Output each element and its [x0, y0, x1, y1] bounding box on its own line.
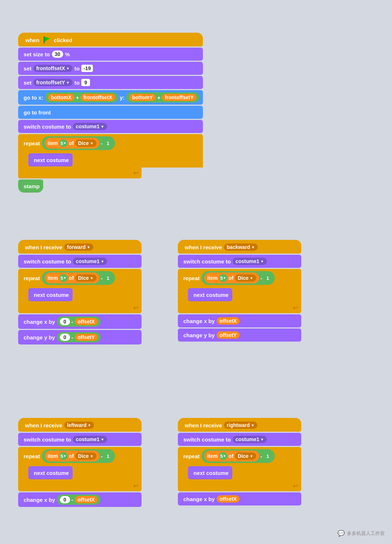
costume1-rgt-dropdown[interactable]: costume1 ▼ — [233, 436, 267, 443]
go-to-front-block[interactable]: go to front — [18, 106, 203, 119]
frontoffsetY-var: frontoffsetY — [162, 94, 196, 101]
zero-minus-offsetX: 0 - offsetX — [57, 317, 101, 327]
watermark-text: 多多机器人工作室 — [347, 530, 385, 537]
frontoffsetX-value[interactable]: -19 — [81, 65, 93, 72]
frontoffsetX-dropdown[interactable]: frontoffsetX ▼ — [33, 65, 73, 72]
repeat-arrow-rgt: ↩ — [293, 482, 298, 490]
go-to-xy-block[interactable]: go to x: bottomX + frontoffsetX y: botto… — [18, 90, 203, 105]
switch-costume-rightward[interactable]: switch costume to costume1 ▼ — [178, 433, 301, 446]
leftward-dropdown[interactable]: leftward ▼ — [64, 422, 94, 429]
offsetX-rgt: offsetX — [217, 495, 240, 503]
repeat-fwd-header[interactable]: repeat item 5▼ of Dice ▼ - 1 — [18, 269, 142, 287]
repeat-arrow-lft: ↩ — [133, 482, 139, 490]
repeat-bwd-header[interactable]: repeat item 5▼ of Dice ▼ - 1 — [178, 269, 301, 287]
offsetX-bwd: offsetX — [217, 317, 240, 325]
offsetY-fwd: offsetY — [75, 334, 98, 341]
item-of-dice-minus-1-lft: item 5▼ of Dice ▼ - 1 — [42, 449, 115, 463]
repeat-arrow-1: ↩ — [133, 169, 139, 177]
item-5-of-dice-rgt: item 5▼ of Dice ▼ — [204, 451, 259, 462]
minus-1-lft: 1 — [104, 452, 112, 460]
backward-dropdown[interactable]: backward ▼ — [224, 243, 258, 251]
frontoffsetY-dropdown[interactable]: frontoffsetY ▼ — [33, 79, 73, 86]
dice-rgt-dropdown[interactable]: Dice ▼ — [235, 452, 256, 460]
frontoffsetY-value[interactable]: 9 — [81, 79, 90, 86]
repeat-arrow-bwd: ↩ — [293, 304, 298, 312]
item-of-dice-minus-1-fwd: item 5▼ of Dice ▼ - 1 — [42, 271, 115, 285]
repeat-rgt-header[interactable]: repeat item 5▼ of Dice ▼ - 1 — [178, 447, 301, 465]
next-costume-rgt[interactable]: next costume — [188, 466, 232, 479]
dice-lft-dropdown[interactable]: Dice ▼ — [75, 452, 96, 460]
rightward-dropdown[interactable]: rightward ▼ — [224, 422, 258, 429]
forward-dropdown[interactable]: forward ▼ — [64, 243, 93, 251]
wechat-icon: 💬 — [338, 530, 345, 537]
offsetY-bwd: offsetY — [217, 331, 240, 339]
switch-costume-backward[interactable]: switch costume to costume1 ▼ — [178, 255, 301, 268]
set-frontoffsetY-block[interactable]: set frontoffsetY ▼ to 9 — [18, 76, 203, 89]
next-costume-block-1[interactable]: next costume — [28, 153, 73, 166]
watermark: 💬 多多机器人工作室 — [338, 530, 385, 537]
set-size-block[interactable]: set size to 30 % — [18, 48, 203, 61]
costume1-bwd-dropdown[interactable]: costume1 ▼ — [233, 258, 267, 265]
repeat-c-block-bwd: repeat item 5▼ of Dice ▼ - 1 next costum… — [178, 269, 301, 313]
repeat-header[interactable]: repeat item 5▼ of Dice ▼ - 1 — [18, 134, 203, 152]
when-receive-forward-hat[interactable]: when I receive forward ▼ — [18, 240, 142, 254]
when-receive-backward-hat[interactable]: when I receive backward ▼ — [178, 240, 301, 254]
change-x-fwd[interactable]: change x by 0 - offsetX — [18, 314, 142, 329]
item-of-dice-minus-1: item 5▼ of Dice ▼ - 1 — [42, 136, 115, 150]
repeat-c-block-rgt: repeat item 5▼ of Dice ▼ - 1 next costum… — [178, 447, 301, 491]
item-5-of-dice: item 5▼ of Dice ▼ — [45, 138, 99, 149]
repeat-c-block: repeat item 5▼ of Dice ▼ - 1 next costum… — [18, 134, 203, 178]
bottomY-var: bottomY — [129, 94, 156, 101]
item-of-dice-minus-1-bwd: item 5▼ of Dice ▼ - 1 — [201, 271, 275, 285]
flag-icon — [42, 36, 50, 44]
set-frontoffsetX-block[interactable]: set frontoffsetX ▼ to -19 — [18, 62, 203, 75]
change-y-bwd[interactable]: change y by offsetY — [178, 329, 301, 342]
bottomX-var: bottomX — [48, 94, 74, 101]
group-receive-forward: when I receive forward ▼ switch costume … — [18, 240, 142, 344]
next-costume-bwd[interactable]: next costume — [188, 288, 232, 301]
bottomX-plus-frontoffsetX: bottomX + frontoffsetX — [45, 92, 118, 102]
zero-minus-offsetX-lft: 0 - offsetX — [57, 495, 101, 505]
dice-bwd-dropdown[interactable]: Dice ▼ — [235, 274, 256, 282]
change-x-bwd[interactable]: change x by offsetX — [178, 314, 301, 327]
group-receive-leftward: when I receive leftward ▼ switch costume… — [18, 418, 142, 507]
when-label: when — [25, 37, 39, 43]
clicked-label: clicked — [54, 37, 72, 43]
minus-1-rgt: 1 — [264, 452, 272, 460]
repeat-lft-header[interactable]: repeat item 5▼ of Dice ▼ - 1 — [18, 447, 142, 465]
offsetX-fwd: offsetX — [75, 318, 98, 325]
item-of-dice-minus-1-rgt: item 5▼ of Dice ▼ - 1 — [201, 449, 275, 463]
size-value[interactable]: 30 — [52, 51, 64, 58]
dice-dropdown[interactable]: Dice ▼ — [75, 140, 96, 147]
costume1-fwd-dropdown[interactable]: costume1 ▼ — [73, 258, 107, 265]
costume1-dropdown[interactable]: costume1 ▼ — [73, 123, 107, 130]
when-receive-rightward-hat[interactable]: when I receive rightward ▼ — [178, 418, 301, 432]
switch-costume-block[interactable]: switch costume to costume1 ▼ — [18, 120, 203, 133]
costume1-lft-dropdown[interactable]: costume1 ▼ — [73, 436, 107, 443]
when-receive-leftward-hat[interactable]: when I receive leftward ▼ — [18, 418, 142, 432]
repeat-c-block-fwd: repeat item 5▼ of Dice ▼ - 1 next costum… — [18, 269, 142, 313]
switch-costume-leftward[interactable]: switch costume to costume1 ▼ — [18, 433, 142, 446]
minus-1-bwd: 1 — [264, 274, 272, 282]
minus-1-fwd: 1 — [104, 274, 112, 282]
group-receive-backward: when I receive backward ▼ switch costume… — [178, 240, 301, 342]
repeat-arrow-fwd: ↩ — [133, 304, 139, 312]
offsetX-lft: offsetX — [75, 496, 98, 503]
change-x-lft[interactable]: change x by 0 - offsetX — [18, 492, 142, 507]
frontoffsetX-var: frontoffsetX — [81, 94, 115, 101]
minus-1-badge: 1 — [104, 139, 112, 147]
item-5-of-dice-fwd: item 5▼ of Dice ▼ — [45, 273, 99, 283]
svg-marker-1 — [45, 37, 50, 41]
zero-minus-offsetY: 0 - offsetY — [57, 332, 101, 342]
group-receive-rightward: when I receive rightward ▼ switch costum… — [178, 418, 301, 505]
switch-costume-forward[interactable]: switch costume to costume1 ▼ — [18, 255, 142, 268]
item-5-of-dice-lft: item 5▼ of Dice ▼ — [45, 451, 99, 462]
when-clicked-block[interactable]: when clicked — [18, 33, 203, 47]
repeat-c-block-lft: repeat item 5▼ of Dice ▼ - 1 next costum… — [18, 447, 142, 491]
change-x-rgt[interactable]: change x by offsetX — [178, 492, 301, 505]
dice-fwd-dropdown[interactable]: Dice ▼ — [75, 274, 96, 282]
next-costume-fwd[interactable]: next costume — [28, 288, 73, 301]
stamp-block[interactable]: stamp — [18, 180, 43, 193]
next-costume-lft[interactable]: next costume — [28, 466, 73, 479]
change-y-fwd[interactable]: change y by 0 - offsetY — [18, 330, 142, 344]
